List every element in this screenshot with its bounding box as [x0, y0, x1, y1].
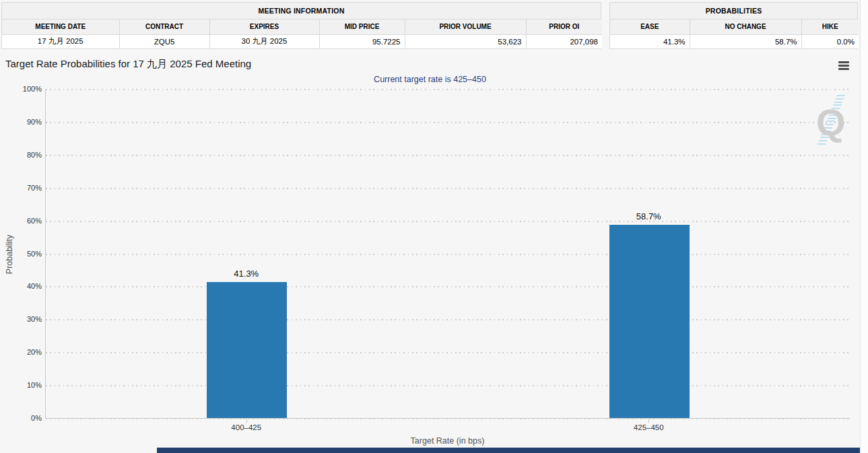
- col-header-prior-volume: PRIOR VOLUME: [405, 20, 526, 34]
- gridline: [46, 122, 850, 123]
- right-edge-strip: [860, 0, 868, 453]
- chart-subtitle: Current target rate is 425–450: [0, 75, 860, 84]
- cell-prior-volume: 53,623: [405, 34, 526, 48]
- meeting-information-header-row: MEETING DATE CONTRACT EXPIRES MID PRICE …: [2, 20, 602, 34]
- x-category-label: 425–450: [608, 423, 689, 431]
- col-header-ease: EASE: [610, 20, 690, 34]
- cell-expires: 30 九月 2025: [209, 34, 319, 48]
- y-tick-label: 0%: [0, 414, 42, 422]
- y-tick-label: 100%: [0, 85, 42, 93]
- hamburger-menu-icon: [838, 61, 849, 63]
- gridline: [46, 254, 850, 255]
- fedwatch-page: MEETING INFORMATION MEETING DATE CONTRAC…: [0, 0, 868, 453]
- probabilities-header-row: EASE NO CHANGE HIKE: [610, 20, 859, 34]
- probabilities-data-row: 41.3% 58.7% 0.0%: [610, 34, 859, 48]
- probabilities-grid: EASE NO CHANGE HIKE 41.3% 58.7% 0.0%: [610, 20, 859, 48]
- hamburger-menu-icon: [838, 65, 849, 67]
- x-axis-tick: [648, 419, 649, 423]
- y-tick-label: 40%: [0, 282, 42, 290]
- col-header-contract: CONTRACT: [119, 20, 209, 34]
- gridline: [46, 286, 850, 287]
- cell-meeting-date: 17 九月 2025: [2, 34, 119, 48]
- cell-mid-price: 95.7225: [319, 34, 405, 48]
- gridline: [46, 155, 850, 156]
- gridline: [46, 188, 850, 189]
- col-header-mid-price: MID PRICE: [319, 20, 405, 34]
- y-tick-label: 30%: [0, 315, 42, 323]
- col-header-no-change: NO CHANGE: [690, 20, 801, 34]
- meeting-information-data-row: 17 九月 2025 ZQU5 30 九月 2025 95.7225 53,62…: [2, 34, 602, 48]
- gridline: [46, 352, 850, 353]
- col-header-meeting-date: MEETING DATE: [2, 20, 119, 34]
- gridline: [46, 89, 850, 90]
- cell-prior-oi: 207,098: [526, 34, 602, 48]
- y-tick-label: 50%: [0, 250, 42, 258]
- col-header-prior-oi: PRIOR OI: [526, 20, 602, 34]
- gridline: [46, 319, 850, 320]
- x-category-label: 400–425: [206, 423, 287, 431]
- cell-hike: 0.0%: [801, 34, 859, 48]
- y-tick-label: 70%: [0, 184, 42, 192]
- col-header-expires: EXPIRES: [209, 20, 319, 34]
- bar-value-label: 41.3%: [206, 269, 287, 279]
- y-tick-label: 60%: [0, 217, 42, 225]
- meeting-information-title: MEETING INFORMATION: [2, 3, 601, 20]
- y-tick-label: 80%: [0, 151, 42, 159]
- chart-context-menu-button[interactable]: [838, 61, 849, 70]
- probabilities-title: PROBABILITIES: [610, 3, 857, 20]
- cell-contract: ZQU5: [119, 34, 209, 48]
- meeting-information-table: MEETING INFORMATION MEETING DATE CONTRAC…: [1, 2, 601, 49]
- chart-title: Target Rate Probabilities for 17 九月 2025…: [5, 58, 251, 71]
- y-tick-label: 10%: [0, 381, 42, 389]
- probability-bar[interactable]: [207, 282, 287, 418]
- cell-no-change: 58.7%: [690, 34, 801, 48]
- gridline: [46, 221, 850, 222]
- gridline: [46, 418, 850, 419]
- hamburger-menu-icon: [838, 68, 849, 70]
- y-tick-label: 20%: [0, 348, 42, 356]
- meeting-information-grid: MEETING DATE CONTRACT EXPIRES MID PRICE …: [2, 20, 602, 48]
- bottom-navy-bar: [157, 448, 860, 453]
- probability-bar[interactable]: [609, 225, 690, 418]
- y-tick-label: 90%: [0, 118, 42, 126]
- gridline: [46, 385, 850, 386]
- cell-ease: 41.3%: [610, 34, 690, 48]
- x-axis-title: Target Rate (in bps): [45, 436, 850, 446]
- x-axis-tick: [246, 419, 247, 423]
- plot-area: [45, 90, 850, 419]
- probabilities-table: PROBABILITIES EASE NO CHANGE HIKE 41.3% …: [609, 2, 858, 49]
- col-header-hike: HIKE: [801, 20, 859, 34]
- bar-value-label: 58.7%: [608, 211, 689, 221]
